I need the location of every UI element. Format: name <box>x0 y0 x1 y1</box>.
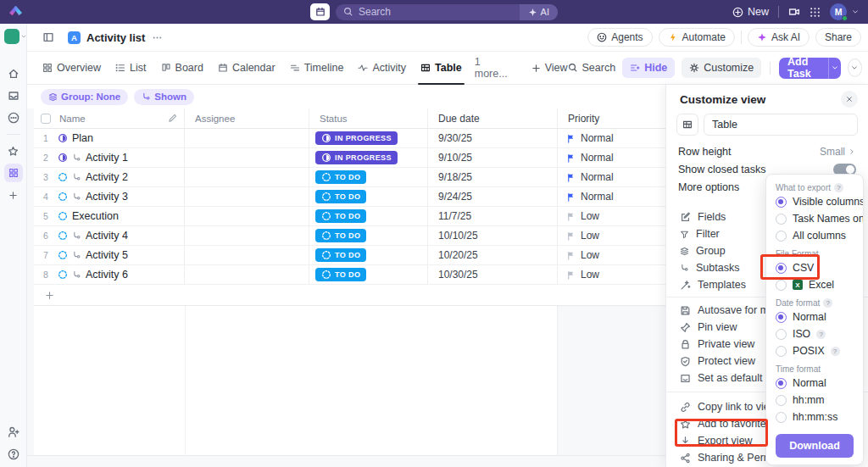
table-row[interactable]: 8Activity 6TO DO10/30/25Low <box>34 265 670 285</box>
add-task-row[interactable] <box>34 285 670 306</box>
status-badge[interactable]: TO DO <box>315 209 366 223</box>
ai-button[interactable]: AI <box>520 4 558 20</box>
hide-button[interactable]: Hide <box>622 58 675 78</box>
radio-option-visible-columns[interactable]: Visible columns <box>776 193 854 210</box>
status-badge[interactable]: TO DO <box>315 170 366 184</box>
assignee-cell[interactable] <box>185 148 309 167</box>
tab-board[interactable]: Board <box>161 52 203 84</box>
assignee-cell[interactable] <box>185 168 309 186</box>
more-options-icon[interactable] <box>152 32 163 43</box>
table-row[interactable]: 6Activity 4TO DO10/10/25Low <box>34 226 670 246</box>
radio-unselected[interactable] <box>776 214 787 225</box>
clip-record-icon[interactable] <box>788 6 800 18</box>
task-name-cell[interactable]: Plan <box>58 129 185 147</box>
status-badge[interactable]: TO DO <box>315 248 366 262</box>
due-date-cell[interactable]: 9/18/25 <box>428 168 558 186</box>
radio-option-iso[interactable]: ISO? <box>776 325 854 342</box>
sidebar-item-home[interactable] <box>4 64 23 83</box>
table-row[interactable]: 3Activity 2TO DO9/18/25Normal <box>34 168 670 187</box>
status-cell[interactable]: TO DO <box>309 265 428 284</box>
priority-cell[interactable]: Low <box>558 207 670 225</box>
radio-unselected[interactable] <box>776 346 787 357</box>
column-header-name[interactable]: Name <box>58 114 86 124</box>
workspace-switcher[interactable] <box>4 29 27 44</box>
clickup-logo-icon[interactable] <box>9 6 22 19</box>
radio-option-normal[interactable]: Normal <box>776 375 854 392</box>
task-name-cell[interactable]: Activity 5 <box>58 246 185 264</box>
table-row[interactable]: 1PlanIN PROGRESS9/30/25Normal <box>34 129 670 148</box>
priority-cell[interactable]: Normal <box>558 129 670 147</box>
add-task-button[interactable]: Add Task <box>779 58 841 79</box>
user-avatar[interactable]: M <box>830 3 847 20</box>
sidebar-item-tray[interactable] <box>4 86 23 105</box>
radio-selected[interactable] <box>776 378 787 389</box>
row-height-option[interactable]: Row height Small <box>675 142 860 160</box>
radio-selected[interactable] <box>776 263 787 274</box>
due-date-cell[interactable]: 9/24/25 <box>428 187 558 206</box>
radio-unselected[interactable] <box>776 231 787 242</box>
due-date-cell[interactable]: 11/7/25 <box>428 207 558 225</box>
more-views-button[interactable]: 1 more... <box>475 56 508 80</box>
sidebar-item-plus[interactable] <box>4 186 23 204</box>
due-date-cell[interactable]: 10/20/25 <box>428 246 558 264</box>
table-row[interactable]: 5ExecutionTO DO11/7/25Low <box>34 207 670 226</box>
due-date-cell[interactable]: 9/30/25 <box>428 129 558 147</box>
sidebar-item-star[interactable] <box>4 142 23 160</box>
table-row[interactable]: 2Activity 1IN PROGRESS9/10/25Normal <box>34 148 670 168</box>
add-task-dropdown[interactable] <box>828 58 840 79</box>
radio-selected[interactable] <box>776 312 787 323</box>
assignee-cell[interactable] <box>185 129 309 147</box>
status-badge[interactable]: TO DO <box>315 229 366 242</box>
assignee-cell[interactable] <box>185 187 309 206</box>
radio-option-hh-mm[interactable]: hh:mm <box>776 392 854 409</box>
status-badge[interactable]: IN PROGRESS <box>315 131 398 145</box>
task-name-cell[interactable]: Activity 4 <box>58 226 185 245</box>
status-badge[interactable]: TO DO <box>315 190 366 203</box>
priority-cell[interactable]: Low <box>558 226 670 245</box>
status-cell[interactable]: TO DO <box>309 207 428 225</box>
customize-button[interactable]: Customize <box>682 58 761 78</box>
status-badge[interactable]: IN PROGRESS <box>315 151 398 164</box>
priority-cell[interactable]: Normal <box>558 187 670 206</box>
sidebar-item-grid4[interactable] <box>4 164 23 182</box>
radio-option-all-columns[interactable]: All columns <box>776 227 854 244</box>
page-title[interactable]: Activity list <box>86 31 145 44</box>
assignee-cell[interactable] <box>185 226 309 245</box>
task-name-cell[interactable]: Activity 3 <box>58 187 185 206</box>
radio-unselected[interactable] <box>776 412 787 423</box>
radio-unselected[interactable] <box>776 280 787 291</box>
tab-list[interactable]: List <box>115 52 146 84</box>
view-name-input[interactable] <box>704 114 858 136</box>
priority-cell[interactable]: Normal <box>558 168 670 186</box>
column-header-assignee[interactable]: Assignee <box>195 114 235 124</box>
tab-table[interactable]: Table <box>420 52 462 84</box>
global-search-input[interactable]: Search AI <box>336 4 558 20</box>
tab-overview[interactable]: Overview <box>42 52 101 84</box>
column-header-status[interactable]: Status <box>320 114 348 124</box>
due-date-cell[interactable]: 10/30/25 <box>428 265 558 284</box>
assignee-cell[interactable] <box>185 246 309 264</box>
radio-unselected[interactable] <box>776 329 787 340</box>
task-name-cell[interactable]: Execution <box>58 207 185 225</box>
status-cell[interactable]: IN PROGRESS <box>309 148 428 167</box>
radio-option-csv[interactable]: CSV <box>776 259 854 276</box>
radio-option-posix[interactable]: POSIX? <box>776 342 854 359</box>
download-button[interactable]: Download <box>776 434 854 458</box>
due-date-cell[interactable]: 10/10/25 <box>428 226 558 245</box>
automate-button[interactable]: Automate <box>659 28 735 47</box>
radio-selected[interactable] <box>776 197 787 208</box>
priority-cell[interactable]: Low <box>558 265 670 284</box>
sidebar-item-dots-circle[interactable] <box>4 108 23 127</box>
collapse-toolbar-button[interactable] <box>848 58 862 77</box>
view-search-button[interactable]: Search <box>568 62 616 74</box>
task-name-cell[interactable]: Activity 6 <box>58 265 185 284</box>
sidebar-item-help[interactable] <box>4 445 23 464</box>
assignee-cell[interactable] <box>185 207 309 225</box>
table-row[interactable]: 7Activity 5TO DO10/20/25Low <box>34 246 670 265</box>
status-cell[interactable]: TO DO <box>309 187 428 206</box>
radio-option-normal[interactable]: Normal <box>776 309 854 325</box>
tab-activity[interactable]: Activity <box>358 52 406 84</box>
filter-pill-group-none[interactable]: Group: None <box>41 89 128 105</box>
radio-option-task-names-only[interactable]: Task Names only <box>776 210 854 227</box>
add-view-button[interactable]: View <box>531 62 568 74</box>
